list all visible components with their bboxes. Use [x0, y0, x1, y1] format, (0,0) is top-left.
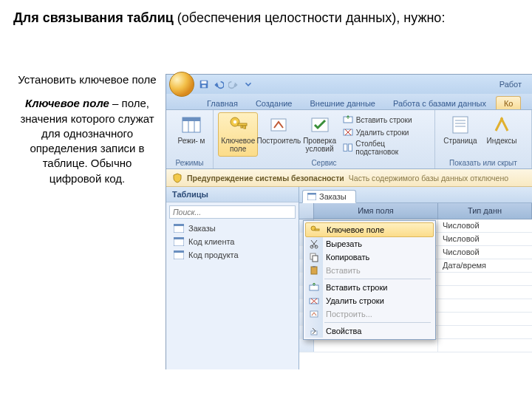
insert-rows-button[interactable]: Вставить строки [340, 114, 430, 126]
svg-rect-1 [202, 81, 207, 84]
design-row[interactable] [299, 339, 532, 352]
qat-dropdown-icon[interactable] [243, 79, 253, 89]
data-type-cell[interactable]: Числовой [438, 233, 532, 245]
primary-key-button[interactable]: Ключевое поле [218, 112, 258, 157]
office-button[interactable] [169, 72, 194, 97]
context-menu-item-label: Вставить [326, 266, 361, 275]
tab-create[interactable]: Создание [248, 96, 301, 109]
shield-icon [172, 173, 183, 183]
definition-term: Ключевое поле [25, 97, 109, 109]
context-menu-item[interactable]: Свойства [305, 324, 434, 338]
indexes-icon [491, 115, 512, 135]
security-message: Часть содержимого базы данных отключено [349, 174, 508, 183]
svg-rect-40 [313, 266, 316, 267]
insert-rows-icon [309, 282, 319, 293]
field-name-cell[interactable] [314, 339, 438, 352]
tab-design[interactable]: Ко [496, 96, 522, 109]
context-menu-item: Вставить [305, 264, 434, 277]
table-icon [307, 193, 316, 200]
datasheet-view-icon [181, 115, 202, 135]
ribbon-group-views: Режи- м Режимы [166, 110, 214, 168]
col-header-fieldname[interactable]: Имя поля [314, 203, 438, 219]
redo-icon[interactable] [228, 79, 239, 89]
key-icon [310, 225, 320, 235]
explanation-text: Установить ключевое поле Ключевое поле –… [18, 72, 157, 186]
col-header-datatype[interactable]: Тип данн [438, 203, 532, 219]
validation-icon [310, 115, 330, 135]
navigation-pane: Таблицы Заказы Код клиента Код продукта [166, 187, 299, 369]
svg-rect-11 [241, 126, 243, 128]
nav-header-label: Таблицы [172, 190, 208, 199]
context-menu-item[interactable]: Удалить строки [305, 294, 434, 307]
tab-home[interactable]: Главная [199, 96, 246, 109]
lookup-column-button[interactable]: Столбец подстановок [340, 139, 430, 157]
data-type-cell[interactable]: Дата/время [438, 259, 532, 272]
data-type-cell[interactable] [438, 286, 532, 299]
data-type-cell[interactable] [438, 313, 532, 325]
svg-point-8 [233, 120, 236, 123]
ribbon-group-show-label: Показать или скрыт [435, 159, 531, 167]
property-sheet-button[interactable]: Страница [440, 112, 481, 147]
context-menu-item-label: Вырезать [326, 239, 362, 248]
context-menu-item: Построить... [305, 307, 434, 321]
data-type-cell[interactable] [438, 273, 532, 285]
key-icon [228, 115, 248, 135]
builder-button[interactable]: Построитель [258, 112, 299, 157]
nav-item-client-id[interactable]: Код клиента [166, 235, 299, 248]
property-sheet-label: Страница [443, 137, 477, 145]
context-menu-item-label: Построить... [326, 310, 372, 318]
context-menu-item[interactable]: Вырезать [305, 237, 434, 250]
nav-item-orders[interactable]: Заказы [166, 222, 299, 235]
ribbon-group-tools: Ключевое поле Построитель Проверка услов… [214, 110, 435, 168]
svg-rect-28 [174, 250, 184, 253]
design-grid-header: Имя поля Тип данн [299, 203, 532, 219]
builder-icon [268, 115, 289, 135]
context-menu-item[interactable]: Копировать [305, 250, 434, 264]
data-type-cell[interactable] [438, 339, 532, 352]
data-type-cell[interactable] [438, 326, 532, 338]
context-menu-item[interactable]: Вставить строки [305, 281, 434, 294]
nav-header[interactable]: Таблицы [166, 187, 299, 202]
tab-external-data[interactable]: Внешние данные [302, 96, 383, 109]
slide-title-rest: (обеспечения целостности данных), нужно: [174, 10, 446, 25]
grid-gutter-head [299, 203, 314, 219]
svg-rect-24 [174, 224, 184, 226]
save-icon[interactable] [199, 79, 209, 89]
nav-item-product-id[interactable]: Код продукта [166, 248, 299, 262]
svg-rect-38 [313, 256, 318, 262]
data-type-cell[interactable]: Числовой [438, 246, 532, 259]
indexes-button[interactable]: Индексы [481, 112, 522, 147]
svg-rect-10 [244, 126, 246, 129]
undo-icon[interactable] [214, 79, 224, 89]
view-button-label: Режи- м [178, 137, 205, 145]
context-menu-item-label: Вставить строки [326, 283, 387, 292]
data-type-cell[interactable]: Числовой [438, 219, 532, 232]
context-menu-separator [324, 322, 431, 323]
svg-rect-34 [315, 229, 319, 231]
svg-rect-26 [174, 237, 184, 239]
data-type-cell[interactable] [438, 299, 532, 312]
context-menu-item[interactable]: Ключевое поле [305, 222, 434, 237]
properties-icon [309, 326, 319, 336]
tab-database-tools[interactable]: Работа с базами данных [385, 96, 494, 109]
nav-search-input[interactable] [169, 205, 296, 219]
nav-item-label: Код продукта [188, 250, 239, 259]
builder-icon [309, 309, 319, 319]
delete-rows-icon [309, 296, 319, 306]
nav-item-label: Заказы [188, 224, 216, 233]
row-selector[interactable] [299, 339, 314, 352]
view-button[interactable]: Режи- м [171, 112, 212, 147]
insert-rows-label: Вставить строки [356, 116, 412, 124]
nav-item-label: Код клиента [188, 237, 234, 246]
context-menu-separator [324, 279, 431, 279]
svg-rect-18 [453, 117, 468, 133]
document-tab-orders[interactable]: Заказы [302, 190, 356, 203]
delete-rows-label: Удалить строки [356, 129, 409, 137]
validation-button[interactable]: Проверка условий [299, 112, 339, 157]
lookup-column-label: Столбец подстановок [355, 140, 427, 156]
context-menu-item-label: Удалить строки [326, 296, 384, 305]
delete-rows-button[interactable]: Удалить строки [340, 126, 430, 138]
cut-icon [309, 239, 319, 249]
delete-rows-icon [343, 127, 353, 137]
context-menu: Ключевое полеВырезатьКопироватьВставитьВ… [303, 220, 436, 340]
